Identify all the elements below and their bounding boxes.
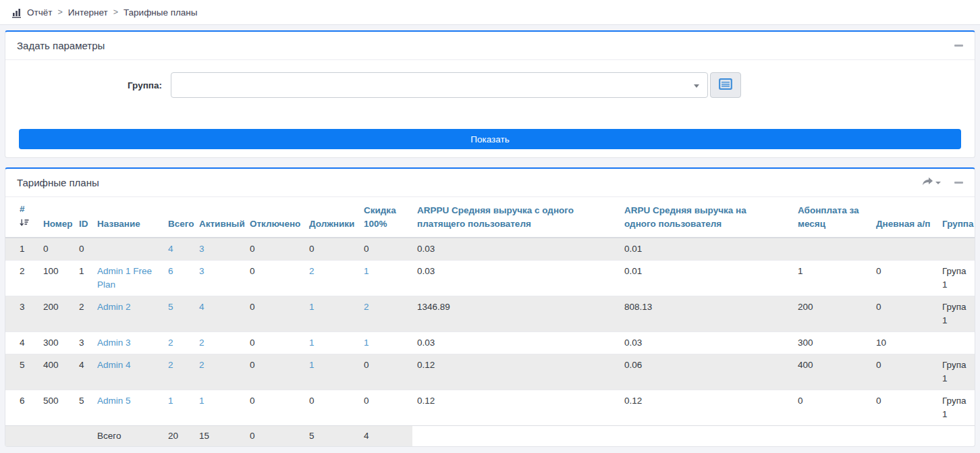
- column-header-daily-fee[interactable]: Дневная а/п: [871, 197, 937, 238]
- table-cell: 1: [793, 261, 871, 296]
- table-cell: 0.12: [412, 354, 620, 390]
- breadcrumb-separator: >: [113, 7, 118, 17]
- collapse-icon[interactable]: [954, 182, 963, 184]
- column-header-arppu[interactable]: ARPPU Средняя выручка с одного платящего…: [412, 197, 620, 238]
- column-header-index[interactable]: #: [5, 197, 38, 238]
- tariff-plans-table: # Номер ID Название Всего Активный Отклю…: [5, 197, 975, 446]
- group-list-button[interactable]: [710, 72, 741, 98]
- sort-amount-icon: [20, 217, 34, 231]
- report-panel: Тарифные планы #: [5, 167, 975, 447]
- table-body: 100430000.030.0121001Admin 1 Free Plan63…: [5, 238, 975, 426]
- show-button[interactable]: Показать: [19, 129, 961, 149]
- table-cell: [92, 238, 163, 261]
- table-cell: 3: [5, 296, 38, 332]
- column-header-discount[interactable]: Скидка 100%: [359, 197, 412, 238]
- table-cell: 4: [163, 238, 194, 261]
- table-footer-cell: 15: [194, 426, 245, 447]
- table-footer-cell: [620, 426, 793, 447]
- table-footer-cell: 20: [163, 426, 194, 447]
- table-cell: 2: [163, 332, 194, 354]
- table-cell: 400: [38, 354, 74, 390]
- table-row: 21001Admin 1 Free Plan630210.030.0110Гру…: [5, 261, 975, 296]
- table-cell: Admin 4: [92, 354, 163, 390]
- table-cell: [871, 238, 937, 261]
- column-header-total[interactable]: Всего: [163, 197, 194, 238]
- table-cell: 1: [5, 238, 38, 261]
- column-header-debtors[interactable]: Должники: [304, 197, 359, 238]
- table-row: 32002Admin 2540121346.89808.132000Група …: [5, 296, 975, 332]
- column-header-id[interactable]: ID: [74, 197, 92, 238]
- table-cell: 4: [194, 296, 245, 332]
- column-header-monthly-fee[interactable]: Абонплата за месяц: [793, 197, 871, 238]
- cell-link[interactable]: Admin 3: [97, 338, 131, 348]
- table-cell: 3: [74, 332, 92, 354]
- table-cell: 1: [74, 261, 92, 296]
- cell-link[interactable]: 4: [168, 244, 173, 254]
- table-cell: 400: [793, 354, 871, 390]
- cell-link[interactable]: 1: [309, 338, 315, 348]
- cell-link[interactable]: 1: [364, 266, 369, 276]
- table-cell: 5: [74, 390, 92, 426]
- column-header-name[interactable]: Название: [92, 197, 163, 238]
- table-cell: 0: [245, 238, 304, 261]
- table-row: 65005Admin 5110000.120.1200Група 1: [5, 390, 975, 426]
- table-cell: 0: [793, 390, 871, 426]
- cell-link[interactable]: 1: [199, 396, 205, 406]
- cell-link[interactable]: Admin 4: [97, 360, 131, 370]
- cell-link[interactable]: 5: [168, 302, 173, 312]
- cell-link[interactable]: 6: [168, 266, 173, 276]
- table-cell: 0.06: [620, 354, 793, 390]
- table-cell: 1: [359, 261, 412, 296]
- parameters-panel-header: Задать параметры: [5, 32, 975, 60]
- table-cell: Admin 3: [92, 332, 163, 354]
- cell-link[interactable]: 1: [309, 360, 315, 370]
- cell-link[interactable]: 1: [364, 338, 369, 348]
- table-cell: 5: [5, 354, 38, 390]
- cell-link[interactable]: 4: [199, 302, 205, 312]
- table-cell: 2: [163, 354, 194, 390]
- table-cell: 0: [359, 390, 412, 426]
- table-cell: 3: [194, 261, 245, 296]
- table-row: 43003Admin 3220110.030.0330010: [5, 332, 975, 354]
- cell-link[interactable]: Admin 1 Free Plan: [97, 266, 152, 290]
- report-panel-tools: [922, 177, 963, 188]
- breadcrumb-item-internet[interactable]: Интернет: [68, 7, 108, 18]
- cell-link[interactable]: 1: [309, 302, 315, 312]
- cell-link[interactable]: Admin 5: [97, 396, 131, 406]
- table-cell: 2: [194, 332, 245, 354]
- column-header-number[interactable]: Номер: [38, 197, 74, 238]
- table-cell: 0: [359, 354, 412, 390]
- group-input-group: [171, 72, 741, 98]
- cell-link[interactable]: 2: [309, 266, 315, 276]
- cell-link[interactable]: 3: [199, 244, 205, 254]
- group-select[interactable]: [171, 72, 708, 98]
- cell-link[interactable]: 2: [199, 360, 205, 370]
- export-button[interactable]: [922, 177, 941, 188]
- cell-link[interactable]: 1: [168, 396, 173, 406]
- table-cell: 1: [304, 332, 359, 354]
- cell-link[interactable]: 2: [168, 338, 173, 348]
- table-footer-row: Всего2015054: [5, 426, 975, 447]
- column-header-group[interactable]: Группа: [937, 197, 975, 238]
- cell-link[interactable]: 2: [168, 360, 173, 370]
- column-header-arpu[interactable]: ARPU Средняя выручка на одного пользоват…: [620, 197, 793, 238]
- cell-link[interactable]: 2: [199, 338, 205, 348]
- table-cell: 0: [245, 390, 304, 426]
- table-cell: 0: [304, 390, 359, 426]
- chevron-down-icon: [935, 182, 941, 184]
- table-cell: 808.13: [620, 296, 793, 332]
- column-header-disabled[interactable]: Отключено: [245, 197, 304, 238]
- table-footer-cell: [38, 426, 74, 447]
- cell-link[interactable]: 2: [364, 302, 369, 312]
- table-cell: 3: [194, 238, 245, 261]
- table-cell: 0.12: [620, 390, 793, 426]
- table-cell: 0: [871, 390, 937, 426]
- breadcrumb-item-report[interactable]: Отчёт: [27, 7, 52, 18]
- collapse-icon[interactable]: [954, 45, 963, 47]
- cell-link[interactable]: 3: [199, 266, 205, 276]
- table-cell: 2: [359, 296, 412, 332]
- column-header-active[interactable]: Активный: [194, 197, 245, 238]
- table-cell: Admin 5: [92, 390, 163, 426]
- table-cell: 0: [871, 261, 937, 296]
- cell-link[interactable]: Admin 2: [97, 302, 131, 312]
